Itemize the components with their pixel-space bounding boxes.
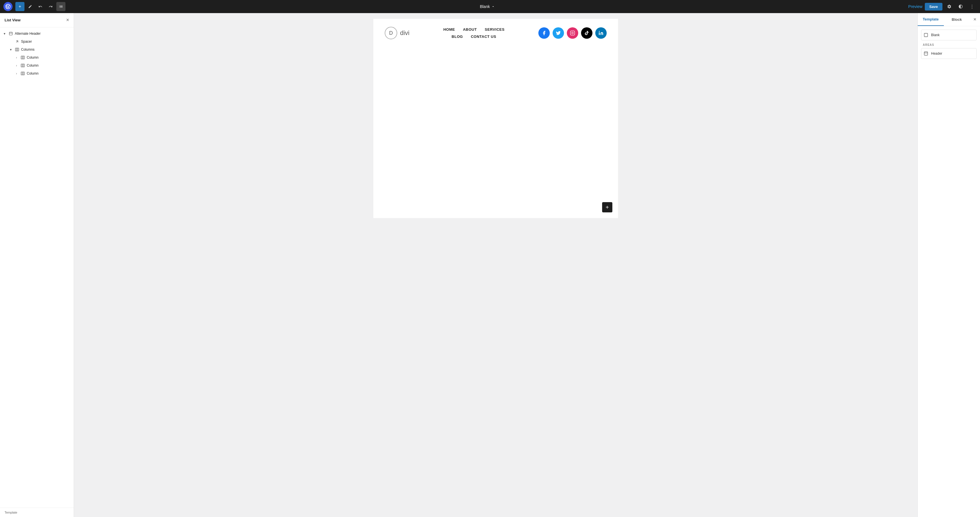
page-canvas: D divi HOME ABOUT SERVICES BLOG CONTACT … <box>373 19 618 218</box>
instagram-icon[interactable] <box>567 27 578 39</box>
wordpress-logo[interactable] <box>3 2 13 11</box>
logo-text: divi <box>400 29 409 37</box>
more-options-button[interactable]: ⋮ <box>967 2 977 11</box>
header-section: D divi HOME ABOUT SERVICES BLOG CONTACT … <box>373 19 618 47</box>
svg-rect-12 <box>21 72 24 75</box>
tree-view: ▼ Alternate Header Spacer ▼ <box>0 27 74 507</box>
settings-button[interactable] <box>945 2 954 11</box>
svg-rect-9 <box>21 64 24 67</box>
sidebar-close-button[interactable]: × <box>66 17 69 23</box>
toolbar-right: Preview Save ⋮ <box>908 2 977 11</box>
facebook-icon[interactable] <box>538 27 550 39</box>
blank-label: Blank <box>480 4 490 9</box>
bottom-status: Template <box>0 507 74 517</box>
svg-rect-15 <box>571 31 575 35</box>
svg-line-2 <box>16 41 18 42</box>
column-icon-1 <box>20 55 25 60</box>
right-sidebar-content: Blank AREAS Header <box>918 26 980 517</box>
header-item[interactable]: Header <box>921 48 977 59</box>
columns-icon <box>14 47 20 52</box>
blank-icon <box>923 32 929 38</box>
svg-rect-6 <box>21 56 24 59</box>
nav-about[interactable]: ABOUT <box>463 27 477 32</box>
header-icon <box>923 51 929 56</box>
nav-row-top: HOME ABOUT SERVICES <box>443 27 504 32</box>
tree-item-alternate-header[interactable]: ▼ Alternate Header <box>0 30 74 38</box>
areas-label: AREAS <box>923 43 975 46</box>
tree-item-column-1[interactable]: › Column <box>0 54 74 62</box>
toolbar: + Blank Preview Save ⋮ <box>0 0 980 13</box>
header-label: Header <box>931 51 942 56</box>
left-sidebar: List View × ▼ Alternate Header Spacer <box>0 13 74 517</box>
column3-toggle: › <box>14 71 19 76</box>
tab-block[interactable]: Block <box>944 13 970 26</box>
preview-button[interactable]: Preview <box>908 4 923 9</box>
logo-area: D divi <box>385 27 409 39</box>
alternate-header-label: Alternate Header <box>15 32 41 35</box>
nav-blog[interactable]: BLOG <box>452 34 463 39</box>
contrast-button[interactable] <box>956 2 965 11</box>
toggle-icon: ▼ <box>2 31 7 36</box>
tiktok-icon[interactable] <box>581 27 592 39</box>
column-label-3: Column <box>27 72 38 75</box>
spacer-label: Spacer <box>21 40 32 43</box>
column2-toggle: › <box>14 63 19 68</box>
nav-services[interactable]: SERVICES <box>485 27 505 32</box>
undo-button[interactable] <box>36 2 45 11</box>
pencil-button[interactable] <box>25 2 35 11</box>
svg-rect-17 <box>599 32 600 35</box>
columns-label: Columns <box>21 48 35 51</box>
tab-template[interactable]: Template <box>918 13 944 26</box>
svg-rect-20 <box>924 52 928 55</box>
list-view-button[interactable] <box>56 2 65 11</box>
column-label-1: Column <box>27 56 38 59</box>
block-icon <box>8 31 13 36</box>
column-icon-3 <box>20 71 25 76</box>
logo-circle: D <box>385 27 397 39</box>
spacer-icon <box>14 39 20 44</box>
status-text: Template <box>5 511 18 514</box>
sidebar-title: List View <box>5 18 21 22</box>
toolbar-center: Blank <box>67 4 908 9</box>
tree-item-column-3[interactable]: › Column <box>0 69 74 77</box>
blank-dropdown[interactable]: Blank <box>480 4 495 9</box>
sidebar-header: List View × <box>0 13 74 27</box>
nav-home[interactable]: HOME <box>443 27 455 32</box>
social-area <box>538 27 607 39</box>
blank-label: Blank <box>931 33 940 37</box>
right-sidebar-close[interactable]: × <box>970 14 980 25</box>
nav-contact[interactable]: CONTACT US <box>471 34 496 39</box>
add-block-button[interactable]: + <box>602 202 612 212</box>
blank-item[interactable]: Blank <box>921 30 977 40</box>
tree-item-column-2[interactable]: › Column <box>0 62 74 69</box>
canvas-area: D divi HOME ABOUT SERVICES BLOG CONTACT … <box>74 13 917 517</box>
twitter-icon[interactable] <box>553 27 564 39</box>
right-sidebar: Template Block × Blank AREAS Header <box>917 13 980 517</box>
column-icon-2 <box>20 63 25 68</box>
right-sidebar-header: Template Block × <box>918 13 980 26</box>
nav-area: HOME ABOUT SERVICES BLOG CONTACT US <box>443 27 504 39</box>
svg-rect-3 <box>15 48 19 51</box>
add-button[interactable]: + <box>15 2 24 11</box>
spacer-toggle <box>8 39 13 44</box>
svg-rect-19 <box>924 33 928 37</box>
column1-toggle: › <box>14 55 19 60</box>
save-button[interactable]: Save <box>925 3 942 11</box>
svg-rect-0 <box>10 32 13 35</box>
linkedin-icon[interactable] <box>595 27 607 39</box>
tree-item-columns[interactable]: ▼ Columns <box>0 46 74 54</box>
svg-point-18 <box>599 31 600 32</box>
redo-button[interactable] <box>46 2 55 11</box>
logo-letter: D <box>389 30 393 36</box>
tree-item-spacer[interactable]: Spacer <box>0 38 74 46</box>
nav-row-bottom: BLOG CONTACT US <box>452 34 496 39</box>
column-label-2: Column <box>27 64 38 67</box>
main-layout: List View × ▼ Alternate Header Spacer <box>0 0 980 517</box>
columns-toggle: ▼ <box>8 47 13 52</box>
